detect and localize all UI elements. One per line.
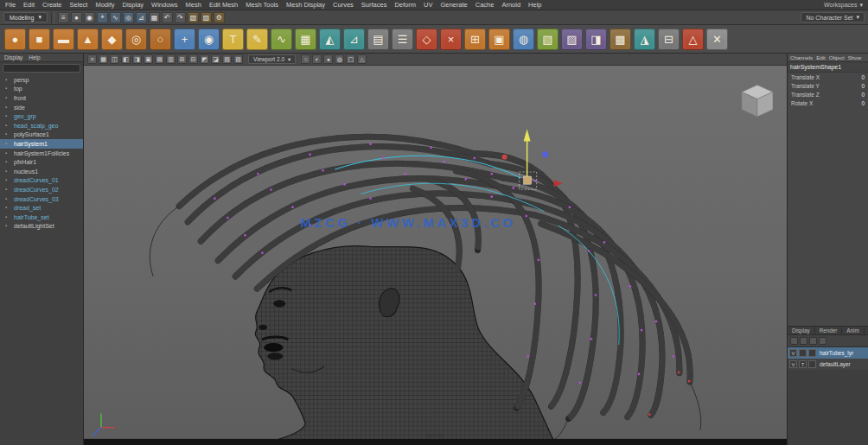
outliner-item[interactable]: ▪ hairSystem1Follicles [0,149,83,158]
status-icon[interactable]: ↶ [162,12,173,23]
status-icon[interactable]: ⊿ [136,12,147,23]
menu-item[interactable]: Help [528,1,541,9]
outliner-item[interactable]: ▪ persp [0,75,83,85]
shelf-icon[interactable]: ◭ [319,29,341,50]
shelf-icon[interactable]: ⊞ [464,29,486,50]
layer-playback-toggle[interactable] [799,349,807,357]
menu-item[interactable]: Create [42,1,62,9]
shelf-icon[interactable]: ◇ [416,29,437,50]
menu-item[interactable]: Surfaces [361,1,387,9]
shelf-icon[interactable]: ◎ [125,29,147,50]
outliner-menu-item[interactable]: Display [4,54,22,60]
outliner-item[interactable]: ▪ hairSystem1 [0,139,83,149]
layer-row[interactable]: V hairTubes_lyr [788,347,868,359]
menu-item[interactable]: Mesh [186,1,201,9]
outliner-menu-item[interactable]: Help [29,54,40,60]
shelf-icon[interactable]: ○ [150,29,171,50]
viewport-toolbar-icon[interactable]: △ [357,54,367,64]
outliner-item[interactable]: ▪ dreadCurves_03 [0,194,83,204]
menu-item[interactable]: Modify [95,1,114,9]
status-icon[interactable]: ∿ [110,12,121,23]
outliner-item[interactable]: ▪ dreadCurves_01 [0,176,83,186]
viewport-toolbar-icon[interactable]: ⊟ [188,54,198,64]
channel-attribute-row[interactable]: Translate Z 0 [788,90,868,99]
move-layer-up-button[interactable] [809,337,817,345]
channel-box-menu-item[interactable]: Edit [816,54,826,60]
shelf-icon[interactable]: ◉ [198,29,220,50]
layer-display-type-toggle[interactable] [808,360,816,368]
viewport-toolbar-icon[interactable]: ▢ [346,54,355,64]
layer-display-type-toggle[interactable] [808,349,816,357]
status-icon[interactable]: ▧ [188,12,199,23]
shelf-icon[interactable]: ■ [29,29,50,50]
layer-row[interactable]: V T defaultLayer [788,359,868,370]
status-icon[interactable]: ◉ [84,12,95,23]
viewport-toolbar-icon[interactable]: ◧ [121,54,131,64]
layer-playback-toggle[interactable]: T [799,360,807,368]
channel-attribute-row[interactable]: Rotate X 0 [788,99,868,107]
menu-item[interactable]: Mesh Tools [246,1,278,9]
viewport-toolbar-icon[interactable]: ▥ [166,54,176,64]
channel-attribute-row[interactable]: Translate Y 0 [788,81,868,90]
attribute-value[interactable]: 0 [861,83,865,89]
shelf-icon[interactable]: ▨ [561,29,583,50]
status-icon[interactable]: ≡ [58,12,69,23]
status-icon[interactable]: ▨ [201,12,212,23]
menu-item[interactable]: UV [424,1,432,9]
viewport-toolbar-icon[interactable]: ○ [301,54,310,64]
viewport-toolbar-icon[interactable]: ◍ [335,54,344,64]
shelf-icon[interactable]: ◍ [513,29,534,50]
outliner-item[interactable]: ▪ dreadCurves_02 [0,185,83,194]
menu-item[interactable]: Edit [23,1,35,9]
menu-item[interactable]: Mesh Display [286,1,325,9]
menu-item[interactable]: Generate [440,1,467,9]
viewport-toolbar-icon[interactable]: ▦ [99,54,108,64]
menu-item[interactable]: Deform [394,1,416,9]
outliner-item[interactable]: ▪ polySurface1 [0,130,83,140]
layer-editor-tab[interactable]: Display [788,327,815,334]
shelf-icon[interactable]: ▬ [53,29,74,50]
shelf-icon[interactable]: × [440,29,462,50]
channel-box-menu-item[interactable]: Object [829,54,845,60]
viewport-toolbar-icon[interactable]: ≡ [87,54,97,64]
outliner-item[interactable]: ▪ geo_grp [0,111,83,121]
viewport-toolbar-icon[interactable]: ◨ [132,54,142,64]
shelf-icon[interactable]: T [222,29,244,50]
shelf-icon[interactable]: ▲ [77,29,99,50]
shelf-icon[interactable]: ☰ [392,29,413,50]
viewport-toolbar-icon[interactable]: ◐ [312,54,322,64]
view-cube[interactable] [742,85,773,117]
shelf-icon[interactable]: ▦ [295,29,316,50]
menu-item[interactable]: Display [123,1,144,9]
menu-item[interactable]: Cache [475,1,495,9]
status-icon[interactable]: ↷ [175,12,186,23]
attribute-value[interactable]: 0 [861,74,865,80]
menu-item[interactable]: Curves [333,1,354,9]
viewport-scene[interactable]: MZCG · WWW.MAX3D.CO persp [84,66,787,445]
menu-set-dropdown[interactable]: Modeling ▾ [3,12,48,22]
menu-item[interactable]: File [5,1,16,9]
head-mesh[interactable] [253,246,555,445]
character-set-dropdown[interactable]: No Character Set ▾ [801,12,865,22]
outliner-item[interactable]: ▪ defaultLightSet [0,222,83,232]
viewport-toolbar-icon[interactable]: ◪ [211,54,220,64]
move-layer-down-button[interactable] [819,337,827,345]
layer-editor-tab[interactable]: Anim [842,327,864,334]
menu-item[interactable]: Arnold [501,1,520,9]
shelf-icon[interactable]: ⊿ [343,29,365,50]
channel-box-node-name[interactable]: hairSystemShape1 [788,62,868,73]
status-icon[interactable]: ⚙ [214,12,225,23]
status-icon[interactable]: ● [71,12,82,23]
layer-editor-tab[interactable]: Render [815,327,843,334]
outliner-item[interactable]: ▪ pfxHair1 [0,157,83,167]
shelf-icon[interactable]: ✎ [246,29,268,50]
shelf-icon[interactable]: ✕ [706,29,728,50]
shelf-icon[interactable]: ◆ [101,29,123,50]
outliner-item[interactable]: ▪ side [0,103,83,112]
shelf-icon[interactable]: ◨ [585,29,607,50]
shelf-icon[interactable]: + [174,29,195,50]
3d-scene[interactable]: MZCG · WWW.MAX3D.CO persp [84,66,787,445]
outliner-search-input[interactable] [3,64,80,73]
shelf-icon[interactable]: ▩ [610,29,631,50]
manipulator-center[interactable] [524,176,532,184]
